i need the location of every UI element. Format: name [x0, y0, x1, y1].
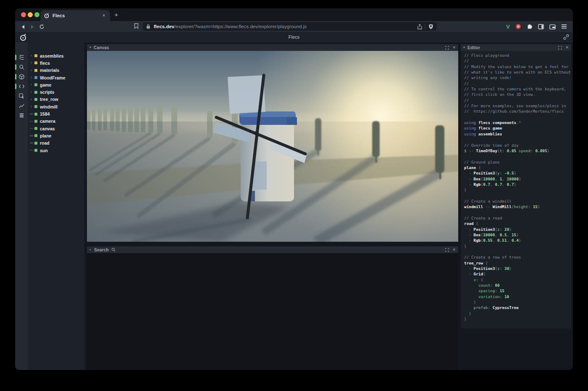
entity-kind-swatch [34, 61, 37, 64]
code-line: // Flecs playground [464, 53, 571, 58]
editor-panel-header: ▾ Editor ✕ [461, 44, 571, 51]
tree-item-plane[interactable]: plane [28, 132, 84, 139]
tree-item-camera[interactable]: camera [28, 118, 84, 125]
inspect-icon [18, 93, 25, 99]
wallet-icon[interactable] [549, 24, 556, 29]
main-area: ▾ Canvas ✕ [84, 42, 573, 370]
canvas-3d-view[interactable] [87, 51, 458, 242]
tree-item-flecs[interactable]: ›flecs [28, 59, 84, 66]
entity-tree-panel: ›assemblies›flecs›materials›WoodFrame›ga… [28, 42, 84, 370]
tree-item-assemblies[interactable]: ›assemblies [28, 52, 84, 59]
entity-kind-swatch [34, 127, 37, 130]
code-line: - Box{10000, 1, 10000} [464, 176, 571, 182]
expand-chevron-icon[interactable]: › [31, 76, 34, 79]
activity-stats-icon[interactable] [15, 101, 28, 111]
new-tab-button[interactable]: + [113, 11, 120, 18]
entity-label: assemblies [40, 53, 64, 58]
code-line: x: { [464, 277, 571, 283]
zoom-window-button[interactable] [34, 12, 39, 17]
expand-chevron-icon[interactable]: › [31, 105, 34, 108]
windmill-scene [87, 51, 458, 242]
tree-item-1584[interactable]: 1584 [28, 110, 84, 117]
expand-chevron-icon[interactable]: › [31, 98, 34, 101]
tree-item-tree_row[interactable]: ›tree_row [28, 96, 84, 103]
activity-entity-tree-icon[interactable] [15, 53, 28, 62]
search-results-area[interactable] [87, 253, 458, 370]
collapse-chevron-icon[interactable]: ▾ [463, 46, 465, 49]
code-line: count: 60 [464, 283, 571, 288]
brave-shield-icon[interactable] [428, 24, 433, 29]
entity-kind-swatch [34, 120, 37, 123]
tree-item-materials[interactable]: ›materials [28, 67, 84, 74]
entity-kind-swatch [34, 105, 37, 108]
expand-chevron-icon[interactable]: › [31, 69, 34, 72]
red-extension-icon[interactable] [515, 24, 521, 29]
entity-kind-swatch [34, 98, 37, 101]
entity-kind-swatch [34, 91, 37, 94]
tree-item-canvas[interactable]: canvas [28, 125, 84, 132]
search-panel-title: Search [94, 248, 109, 252]
tree-item-windmill[interactable]: ›windmill [28, 103, 84, 110]
hamburger-menu-icon[interactable] [561, 24, 567, 29]
leaf-dash-icon [31, 128, 34, 129]
bookmark-icon[interactable] [134, 23, 139, 31]
code-line: // https://github.com/SanderMertens/flec… [464, 108, 571, 114]
expand-chevron-icon[interactable]: › [31, 61, 34, 65]
browser-window: Flecs ✕ + flecs.dev/explorer/?wasm=https… [15, 8, 573, 370]
expand-chevron-icon[interactable]: › [31, 54, 34, 58]
side-panel-icon[interactable] [538, 24, 544, 29]
activity-inspect-icon[interactable] [15, 91, 28, 101]
minimize-window-button[interactable] [28, 12, 33, 17]
tree-item-scripts[interactable]: ›scripts [28, 88, 84, 95]
close-panel-icon[interactable]: ✕ [565, 45, 569, 50]
entity-label: sun [40, 148, 48, 153]
panel-state-dot[interactable]: • [89, 248, 91, 251]
divider [425, 24, 425, 29]
fullscreen-icon[interactable] [558, 46, 562, 50]
app-title: Flecs [15, 32, 573, 42]
permalink-icon[interactable] [563, 34, 569, 40]
flecs-explorer-app: Flecs [15, 32, 573, 370]
code-line: // what it's like to work with an ECS wi… [464, 69, 571, 75]
entity-kind-swatch [34, 142, 37, 145]
desktop-background: Flecs ✕ + flecs.dev/explorer/?wasm=https… [0, 0, 588, 391]
tree-item-road[interactable]: road [28, 140, 84, 147]
expand-chevron-icon[interactable]: › [31, 83, 34, 87]
address-bar[interactable]: flecs.dev/explorer/?wasm=https://www.fle… [143, 22, 437, 31]
leaf-dash-icon [31, 143, 34, 143]
fullscreen-icon[interactable] [445, 248, 449, 252]
tree-item-WoodFrame[interactable]: ›WoodFrame [28, 74, 84, 81]
code-line: // To control the camera with the keyboa… [464, 86, 571, 92]
code-line: // Modify the values below to get a feel… [464, 64, 571, 69]
activity-code-editor-icon[interactable] [15, 82, 28, 91]
code-line [464, 210, 571, 215]
close-panel-icon[interactable]: ✕ [452, 45, 456, 50]
entity-label: plane [40, 133, 51, 138]
share-icon[interactable] [417, 24, 422, 29]
forward-button[interactable] [28, 23, 37, 30]
reload-button[interactable] [37, 23, 46, 30]
collapse-chevron-icon[interactable]: ▾ [89, 46, 91, 49]
vue-devtools-icon[interactable]: V [506, 24, 510, 30]
code-line: - Position3{z: 30} [464, 266, 571, 271]
fullscreen-icon[interactable] [445, 46, 449, 50]
entity-kind-swatch [34, 149, 37, 152]
expand-chevron-icon[interactable]: › [31, 90, 34, 94]
tab-close-icon[interactable]: ✕ [101, 13, 107, 18]
browser-tab[interactable]: Flecs ✕ [40, 10, 110, 21]
code-line [464, 137, 571, 142]
close-window-button[interactable] [21, 12, 26, 17]
tree-item-sun[interactable]: sun [28, 147, 84, 154]
activity-queries-icon[interactable] [15, 111, 28, 120]
activity-bar [15, 42, 28, 370]
activity-canvas-3d-icon[interactable] [15, 72, 28, 82]
stats-icon [18, 103, 25, 109]
close-panel-icon[interactable]: ✕ [452, 248, 456, 252]
back-button[interactable] [18, 23, 28, 30]
entity-label: scripts [40, 90, 54, 95]
activity-search-icon[interactable] [15, 62, 28, 72]
tree-item-game[interactable]: ›game [28, 81, 84, 88]
code-editor[interactable]: // Flecs playground//// Modify the value… [461, 51, 571, 328]
extensions-puzzle-icon[interactable] [527, 24, 533, 29]
code-line: } [464, 243, 571, 249]
